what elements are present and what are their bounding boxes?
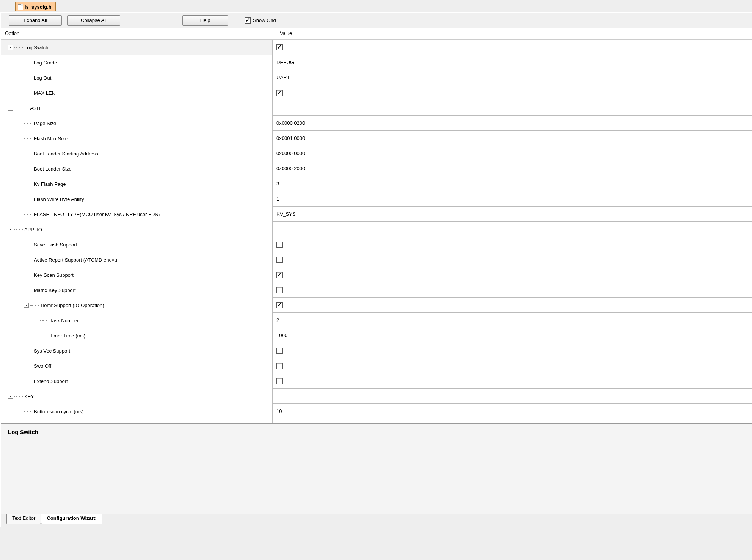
option-cell[interactable]: -FLASH <box>1 100 272 116</box>
option-row[interactable]: Single click time(ms)50 <box>1 419 752 423</box>
value-text[interactable]: 0x0000 0200 <box>276 120 305 126</box>
value-text[interactable]: 2 <box>276 317 279 323</box>
tree-expander[interactable]: - <box>24 303 29 308</box>
show-grid-checkbox[interactable] <box>245 17 251 24</box>
option-row[interactable]: Log GradeDEBUG <box>1 55 752 70</box>
value-cell[interactable] <box>272 237 752 252</box>
value-cell[interactable]: 0x0001 0000 <box>272 131 752 146</box>
value-checkbox[interactable] <box>276 378 283 384</box>
option-cell[interactable]: Button scan cycle (ms) <box>1 404 272 419</box>
value-text[interactable]: 0x0001 0000 <box>276 135 305 141</box>
help-button[interactable]: Help <box>182 15 228 26</box>
value-cell[interactable] <box>272 222 752 237</box>
value-cell[interactable]: 3 <box>272 176 752 191</box>
value-cell[interactable]: 1000 <box>272 328 752 343</box>
option-row[interactable]: Extend Support <box>1 373 752 389</box>
value-cell[interactable]: 10 <box>272 404 752 419</box>
tree-expander[interactable]: - <box>8 227 13 232</box>
value-cell[interactable] <box>272 358 752 373</box>
option-cell[interactable]: Task Number <box>1 313 272 328</box>
option-cell[interactable]: Swo Off <box>1 358 272 373</box>
option-cell[interactable]: Flash Max Size <box>1 131 272 146</box>
option-cell[interactable]: Log Grade <box>1 55 272 70</box>
option-row[interactable]: Save Flash Support <box>1 237 752 252</box>
option-cell[interactable]: Active Report Support (ATCMD enevt) <box>1 252 272 267</box>
option-cell[interactable]: -KEY <box>1 389 272 404</box>
option-cell[interactable]: Matrix Key Support <box>1 282 272 298</box>
option-cell[interactable]: Boot Loader Starting Address <box>1 146 272 161</box>
option-cell[interactable]: Log Out <box>1 70 272 85</box>
option-cell[interactable]: -APP_IO <box>1 222 272 237</box>
tree-expander[interactable]: - <box>8 45 13 50</box>
option-row[interactable]: Key Scan Support <box>1 267 752 282</box>
value-cell[interactable] <box>272 343 752 358</box>
column-header-value[interactable]: Value <box>272 28 752 39</box>
option-row[interactable]: Kv Flash Page3 <box>1 176 752 191</box>
option-cell[interactable]: FLASH_INFO_TYPE(MCU user Kv_Sys / NRF us… <box>1 207 272 222</box>
value-checkbox[interactable] <box>276 272 283 278</box>
option-row[interactable]: FLASH_INFO_TYPE(MCU user Kv_Sys / NRF us… <box>1 207 752 222</box>
value-cell[interactable]: 0x0000 0000 <box>272 146 752 161</box>
option-row[interactable]: -Log Switch <box>1 40 752 55</box>
value-cell[interactable] <box>272 267 752 282</box>
option-row[interactable]: Swo Off <box>1 358 752 373</box>
tree-expander[interactable]: - <box>8 106 13 111</box>
option-cell[interactable]: MAX LEN <box>1 85 272 100</box>
option-row[interactable]: Timer Time (ms)1000 <box>1 328 752 343</box>
option-row[interactable]: Active Report Support (ATCMD enevt) <box>1 252 752 267</box>
value-cell[interactable]: 0x0000 2000 <box>272 161 752 176</box>
value-text[interactable]: 10 <box>276 408 282 414</box>
option-cell[interactable]: Timer Time (ms) <box>1 328 272 343</box>
value-cell[interactable] <box>272 40 752 55</box>
value-cell[interactable] <box>272 373 752 389</box>
option-cell[interactable]: Page Size <box>1 116 272 131</box>
value-cell[interactable]: KV_SYS <box>272 207 752 222</box>
option-row[interactable]: Matrix Key Support <box>1 282 752 298</box>
value-cell[interactable]: 2 <box>272 313 752 328</box>
option-row[interactable]: Flash Max Size0x0001 0000 <box>1 131 752 146</box>
option-row[interactable]: -APP_IO <box>1 222 752 237</box>
value-cell[interactable] <box>272 85 752 100</box>
option-cell[interactable]: Boot Loader Size <box>1 161 272 176</box>
value-text[interactable]: 0x0000 2000 <box>276 166 305 171</box>
value-checkbox[interactable] <box>276 348 283 354</box>
option-cell[interactable]: Save Flash Support <box>1 237 272 252</box>
value-cell[interactable] <box>272 282 752 298</box>
value-text[interactable]: 1000 <box>276 333 287 338</box>
value-checkbox[interactable] <box>276 44 283 50</box>
value-checkbox[interactable] <box>276 90 283 96</box>
option-row[interactable]: Task Number2 <box>1 313 752 328</box>
option-row[interactable]: Page Size0x0000 0200 <box>1 116 752 131</box>
value-cell[interactable]: 50 <box>272 419 752 423</box>
option-cell[interactable]: -Log Switch <box>1 40 272 55</box>
collapse-all-button[interactable]: Collapse All <box>67 15 120 26</box>
option-row[interactable]: Boot Loader Size0x0000 2000 <box>1 161 752 176</box>
option-cell[interactable]: Single click time(ms) <box>1 419 272 423</box>
option-row[interactable]: -Tiemr Support (IO Operation) <box>1 298 752 313</box>
option-cell[interactable]: Kv Flash Page <box>1 176 272 191</box>
value-checkbox[interactable] <box>276 287 283 293</box>
expand-all-button[interactable]: Expand All <box>9 15 62 26</box>
value-checkbox[interactable] <box>276 363 283 369</box>
value-cell[interactable] <box>272 389 752 404</box>
option-row[interactable]: MAX LEN <box>1 85 752 100</box>
tab-configuration-wizard[interactable]: Configuration Wizard <box>41 514 102 524</box>
column-header-option[interactable]: Option <box>1 28 272 39</box>
tab-text-editor[interactable]: Text Editor <box>6 514 41 524</box>
value-text[interactable]: 1 <box>276 196 279 202</box>
option-cell[interactable]: Flash Write Byte Ability <box>1 191 272 207</box>
value-checkbox[interactable] <box>276 242 283 248</box>
value-cell[interactable]: 1 <box>272 191 752 207</box>
option-row[interactable]: Sys Vcc Support <box>1 343 752 358</box>
value-text[interactable]: 0x0000 0000 <box>276 151 305 156</box>
value-cell[interactable] <box>272 252 752 267</box>
option-cell[interactable]: -Tiemr Support (IO Operation) <box>1 298 272 313</box>
value-cell[interactable]: 0x0000 0200 <box>272 116 752 131</box>
option-row[interactable]: Log OutUART <box>1 70 752 85</box>
option-row[interactable]: -FLASH <box>1 100 752 116</box>
option-cell[interactable]: Sys Vcc Support <box>1 343 272 358</box>
option-row[interactable]: -KEY <box>1 389 752 404</box>
value-cell[interactable] <box>272 100 752 116</box>
value-cell[interactable]: DEBUG <box>272 55 752 70</box>
value-checkbox[interactable] <box>276 302 283 308</box>
